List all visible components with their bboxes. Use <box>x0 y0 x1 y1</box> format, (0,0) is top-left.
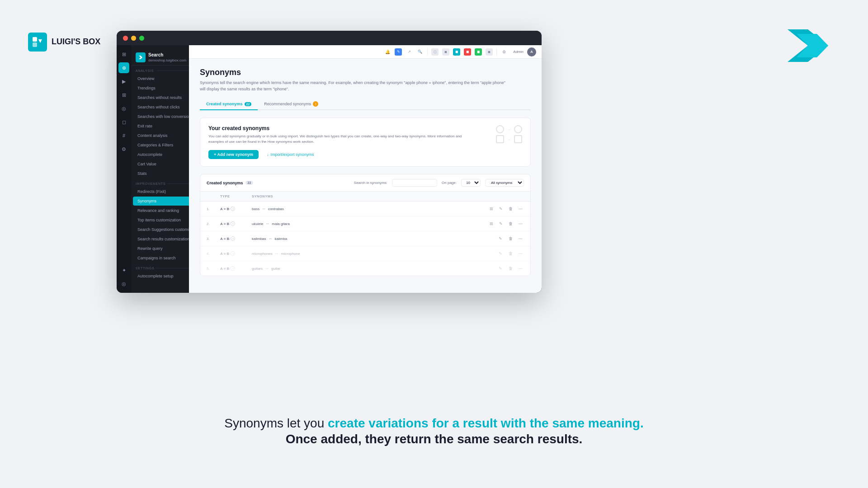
synonym-arrow: ↔ <box>265 221 269 226</box>
row-actions: ⊞ ✎ 🗑 — <box>488 205 524 212</box>
user-avatar[interactable]: A <box>527 47 536 56</box>
bottom-text-area: Synonyms let you create variations for a… <box>0 414 868 446</box>
import-export-button[interactable]: ↓ Import/export synonyms <box>263 150 318 159</box>
toolbar-search-icon[interactable]: 🔍 <box>416 48 424 56</box>
bottom-line-2: Once added, they return the same search … <box>0 432 868 446</box>
type-badge: A = B i <box>220 251 252 256</box>
type-info-icon[interactable]: i <box>231 206 235 211</box>
logo: LUIGI'S BOX <box>28 33 100 52</box>
svg-rect-0 <box>33 37 37 42</box>
row-edit-btn[interactable]: ✎ <box>497 235 504 242</box>
row-edit-btn[interactable]: ✎ <box>498 220 505 227</box>
table-row: 3. A = B i kalimbas ↔ kalimba ✎ 🗑 — <box>200 231 530 246</box>
table-count-badge: 22 <box>245 181 254 185</box>
sidebar-icon-search[interactable]: ⊕ <box>118 62 129 73</box>
type-info-icon[interactable]: i <box>231 251 235 256</box>
row-expand-btn[interactable]: — <box>517 235 524 242</box>
row-share-btn[interactable]: ⊞ <box>488 220 495 227</box>
traffic-light-maximize[interactable] <box>139 36 144 41</box>
traffic-light-minimize[interactable] <box>131 36 136 41</box>
row-delete-btn[interactable]: 🗑 <box>507 250 514 257</box>
synonym-word-1: microphones <box>252 252 273 256</box>
synonym-arrow: ↔ <box>269 236 273 241</box>
type-badge: A = B i <box>220 266 252 271</box>
synonym-word-2: mala gitara <box>272 222 290 226</box>
row-expand-btn[interactable]: — <box>517 265 524 272</box>
row-num: 2. <box>207 222 220 226</box>
synonym-word-2: contrabas <box>268 207 284 211</box>
row-actions: ✎ 🗑 — <box>488 265 524 272</box>
sidebar-icon-document[interactable]: ◻ <box>118 117 129 127</box>
sidebar-icon-video[interactable]: ▶ <box>118 76 129 87</box>
row-edit-btn[interactable]: ✎ <box>497 250 504 257</box>
toolbar-bell-icon[interactable]: 🔔 <box>384 48 391 56</box>
svg-rect-1 <box>33 42 37 47</box>
row-actions: ✎ 🗑 — <box>488 250 524 257</box>
syn-arrow-icon-2: → <box>507 137 511 142</box>
all-synonyms-select[interactable]: All synonyms One-way Two-way <box>485 179 524 187</box>
table-row: 4. A = B i microphones ↔ microphone ✎ 🗑 … <box>200 246 530 261</box>
row-delete-btn[interactable]: 🗑 <box>507 265 514 272</box>
sidebar-icon-language[interactable]: ✦ <box>118 265 129 276</box>
tab-count-created: 22 <box>245 102 252 106</box>
toolbar-widget-6[interactable]: ◼ <box>486 48 493 56</box>
row-delete-btn[interactable]: 🗑 <box>507 205 514 212</box>
sidebar-icon-chart[interactable]: # <box>118 130 129 141</box>
section-header-row: Your created synonyms You can add synony… <box>208 125 522 145</box>
traffic-light-close[interactable] <box>123 36 128 41</box>
type-info-icon[interactable]: i <box>231 266 235 271</box>
created-synonyms-section: Your created synonyms You can add synony… <box>200 117 531 167</box>
type-text: A = B <box>220 237 229 241</box>
row-edit-btn[interactable]: ✎ <box>498 205 505 212</box>
row-edit-btn[interactable]: ✎ <box>497 265 504 272</box>
synonyms-cell: guitars ↔ guitar <box>252 266 488 271</box>
sidebar-brand-icon <box>136 52 146 62</box>
table-title: Created synonyms 22 <box>207 181 253 185</box>
synonyms-cell: ukulele ↔ mala gitara <box>252 221 488 226</box>
top-toolbar: 🔔 ✎ ↗ 🔍 ◻ ◼ ◼ ◼ ◼ ◼ ⚙ Admin A <box>189 45 542 59</box>
action-row: + Add new synonym ↓ Import/export synony… <box>208 150 522 159</box>
col-header-type: TYPE <box>220 194 252 198</box>
type-text: A = B <box>220 252 229 256</box>
type-text: A = B <box>220 207 229 211</box>
row-delete-btn[interactable]: 🗑 <box>507 220 514 227</box>
type-info-icon[interactable]: i <box>231 236 235 241</box>
toolbar-widget-5[interactable]: ◼ <box>475 48 482 56</box>
content-area: Synonyms Synonyms tell the search engine… <box>189 59 542 285</box>
row-num: 4. <box>207 252 220 256</box>
search-synonyms-input[interactable] <box>392 179 437 187</box>
sidebar-icon-people[interactable]: ◎ <box>118 103 129 114</box>
toolbar-settings-icon[interactable]: ⚙ <box>500 48 508 56</box>
toolbar-widget-2[interactable]: ◼ <box>442 48 449 56</box>
search-synonyms-label: Search in synonyms: <box>354 181 387 185</box>
synonym-arrow: ↔ <box>265 266 269 271</box>
row-expand-btn[interactable]: — <box>517 220 524 227</box>
section-text: Your created synonyms You can add synony… <box>208 125 471 145</box>
row-delete-btn[interactable]: 🗑 <box>507 235 514 242</box>
row-expand-btn[interactable]: — <box>517 205 524 212</box>
table-col-headers: TYPE SYNONYMS <box>200 192 530 202</box>
browser-titlebar <box>117 31 542 45</box>
toolbar-external-icon[interactable]: ↗ <box>406 48 413 56</box>
sidebar-icon-grid[interactable]: ⊞ <box>118 89 129 100</box>
sidebar-icon-chat[interactable]: ◎ <box>118 278 129 289</box>
add-new-synonym-button[interactable]: + Add new synonym <box>208 150 259 159</box>
tab-created-synonyms[interactable]: Created synonyms 22 <box>200 99 258 110</box>
synonym-word-1: guitars <box>252 267 263 271</box>
sidebar-icon-home[interactable]: ⊞ <box>118 49 129 60</box>
syn-circle-icon-1 <box>496 125 504 133</box>
toolbar-widget-4[interactable]: ◼ <box>464 48 471 56</box>
toolbar-widget-3[interactable]: ◼ <box>453 48 460 56</box>
on-page-select[interactable]: 10 25 50 <box>461 179 481 187</box>
row-share-btn[interactable]: ⊞ <box>488 205 495 212</box>
toolbar-edit-icon[interactable]: ✎ <box>395 48 402 56</box>
toolbar-widget-1[interactable]: ◻ <box>431 48 439 56</box>
bottom-line-1: Synonyms let you create variations for a… <box>0 414 868 432</box>
sidebar-icon-settings[interactable]: ⚙ <box>118 144 129 155</box>
row-expand-btn[interactable]: — <box>517 250 524 257</box>
syn-square-icon-2 <box>514 135 522 143</box>
on-page-label: On page: <box>442 181 457 185</box>
type-info-icon[interactable]: i <box>231 221 235 226</box>
tab-recommended-synonyms[interactable]: Recommended synonyms ! <box>258 99 325 110</box>
synonym-arrow: ↔ <box>275 251 279 256</box>
